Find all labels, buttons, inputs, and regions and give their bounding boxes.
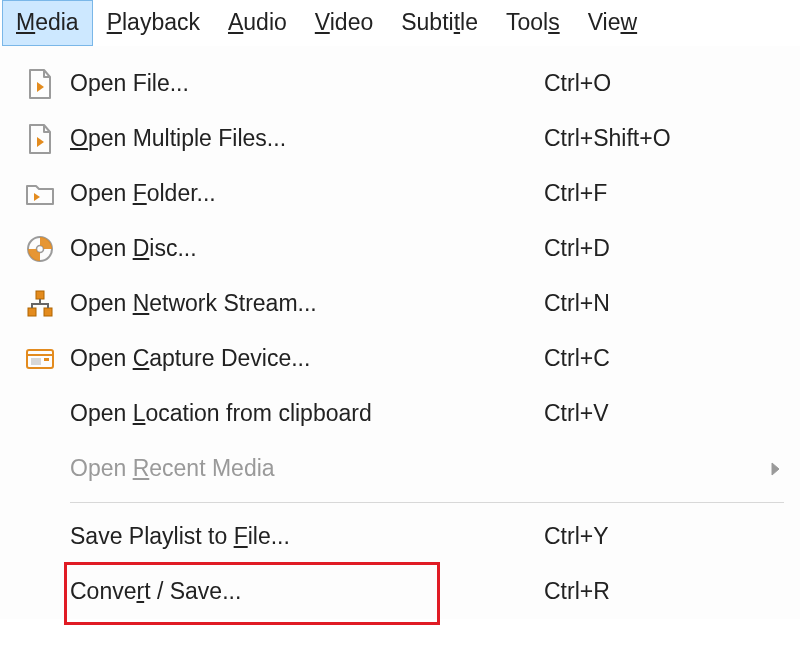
menu-item-shortcut: Ctrl+R — [544, 578, 764, 605]
menu-mnemonic: P — [107, 9, 122, 35]
menu-label-post: edia — [35, 9, 78, 35]
menu-item-label: Save Playlist to File... — [64, 523, 544, 550]
menu-video[interactable]: Video — [301, 0, 387, 46]
submenu-arrow-icon — [764, 462, 788, 476]
menu-label-post: le — [460, 9, 478, 35]
menu-item-shortcut: Ctrl+Y — [544, 523, 764, 550]
menu-label-pre: Vie — [588, 9, 621, 35]
menu-item-label: Open Network Stream... — [64, 290, 544, 317]
menu-item-shortcut: Ctrl+V — [544, 400, 764, 427]
open-multiple-files[interactable]: Open Multiple Files...Ctrl+Shift+O — [0, 111, 800, 166]
open-location-clipboard[interactable]: Open Location from clipboardCtrl+V — [0, 386, 800, 441]
open-recent-media: Open Recent Media — [0, 441, 800, 496]
menu-media[interactable]: Media — [2, 0, 93, 46]
menu-item-label: Open Multiple Files... — [64, 125, 544, 152]
svg-rect-4 — [44, 308, 52, 316]
menu-item-label: Open Recent Media — [64, 455, 544, 482]
svg-point-1 — [37, 245, 44, 252]
capture-icon — [16, 347, 64, 371]
menu-item-shortcut: Ctrl+O — [544, 70, 764, 97]
menu-item-shortcut: Ctrl+F — [544, 180, 764, 207]
menu-item-shortcut: Ctrl+N — [544, 290, 764, 317]
menu-item-label: Open Location from clipboard — [64, 400, 544, 427]
menu-item-label: Open Capture Device... — [64, 345, 544, 372]
open-folder[interactable]: Open Folder...Ctrl+F — [0, 166, 800, 221]
menu-mnemonic: s — [548, 9, 560, 35]
menu-label-post: ideo — [330, 9, 373, 35]
menubar: MediaPlaybackAudioVideoSubtitleToolsView — [0, 0, 800, 47]
convert-save[interactable]: Convert / Save...Ctrl+R — [0, 564, 800, 619]
menu-tools[interactable]: Tools — [492, 0, 574, 46]
open-disc[interactable]: Open Disc...Ctrl+D — [0, 221, 800, 276]
menu-mnemonic: A — [228, 9, 243, 35]
menu-item-shortcut: Ctrl+D — [544, 235, 764, 262]
menu-item-label: Open Folder... — [64, 180, 544, 207]
file-icon — [16, 124, 64, 154]
menu-item-label: Open File... — [64, 70, 544, 97]
file-icon — [16, 69, 64, 99]
menu-mnemonic: M — [16, 9, 35, 35]
menu-label-pre: Subti — [401, 9, 453, 35]
menu-label-post: layback — [122, 9, 200, 35]
folder-icon — [16, 181, 64, 207]
menu-subtitle[interactable]: Subtitle — [387, 0, 492, 46]
save-playlist-to-file[interactable]: Save Playlist to File...Ctrl+Y — [0, 509, 800, 564]
svg-rect-8 — [44, 358, 49, 361]
open-capture-device[interactable]: Open Capture Device...Ctrl+C — [0, 331, 800, 386]
menu-mnemonic: V — [315, 9, 330, 35]
menu-item-shortcut: Ctrl+Shift+O — [544, 125, 764, 152]
open-network-stream[interactable]: Open Network Stream...Ctrl+N — [0, 276, 800, 331]
menu-item-shortcut: Ctrl+C — [544, 345, 764, 372]
menu-audio[interactable]: Audio — [214, 0, 301, 46]
svg-rect-2 — [36, 291, 44, 299]
disc-icon — [16, 235, 64, 263]
menu-mnemonic: w — [621, 9, 638, 35]
menu-label-pre: Tool — [506, 9, 548, 35]
media-menu-dropdown: Open File...Ctrl+O Open Multiple Files..… — [0, 46, 800, 619]
menu-item-label: Open Disc... — [64, 235, 544, 262]
menu-item-label: Convert / Save... — [64, 578, 544, 605]
menu-playback[interactable]: Playback — [93, 0, 214, 46]
open-file[interactable]: Open File...Ctrl+O — [0, 56, 800, 111]
svg-rect-7 — [31, 358, 41, 365]
network-icon — [16, 290, 64, 318]
svg-rect-3 — [28, 308, 36, 316]
menu-label-post: udio — [243, 9, 286, 35]
menu-separator — [70, 502, 784, 503]
menu-view-cut[interactable]: View — [574, 0, 651, 46]
